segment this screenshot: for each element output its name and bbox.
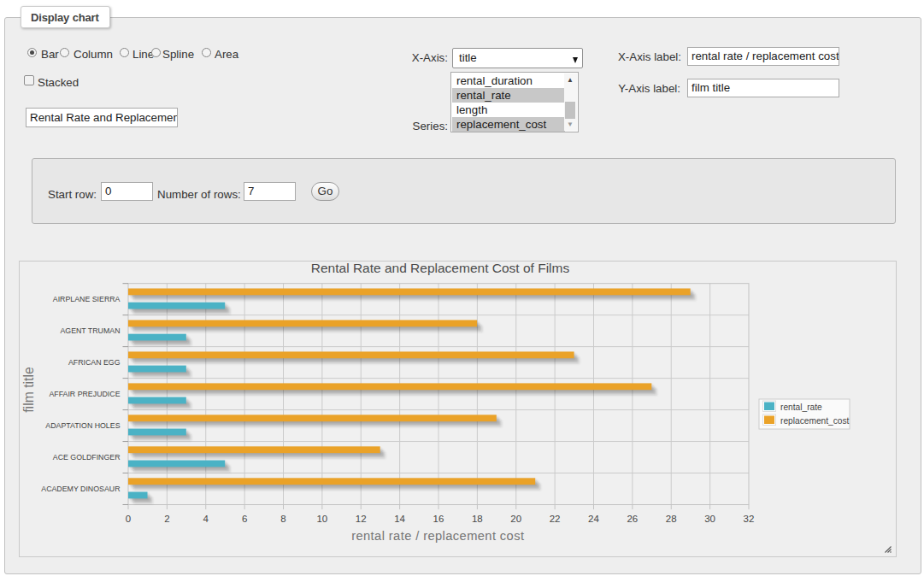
svg-text:ADAPTATION HOLES: ADAPTATION HOLES xyxy=(45,421,120,430)
svg-text:AGENT TRUMAN: AGENT TRUMAN xyxy=(60,326,120,335)
svg-text:rental rate / replacement cost: rental rate / replacement cost xyxy=(351,529,524,543)
svg-text:0: 0 xyxy=(126,514,131,524)
svg-text:30: 30 xyxy=(704,514,715,524)
svg-text:28: 28 xyxy=(666,514,677,524)
svg-text:Rental Rate and Replacement Co: Rental Rate and Replacement Cost of Film… xyxy=(311,261,570,275)
svg-text:8: 8 xyxy=(280,514,285,524)
svg-text:ACADEMY DINOSAUR: ACADEMY DINOSAUR xyxy=(41,485,120,493)
svg-text:24: 24 xyxy=(588,514,599,524)
svg-text:20: 20 xyxy=(510,514,521,524)
svg-text:26: 26 xyxy=(627,514,638,524)
svg-text:replacement_cost: replacement_cost xyxy=(780,416,850,426)
svg-text:4: 4 xyxy=(203,514,209,524)
svg-text:2: 2 xyxy=(164,514,169,524)
svg-text:film title: film title xyxy=(21,367,36,413)
svg-text:32: 32 xyxy=(744,514,755,524)
svg-text:6: 6 xyxy=(242,514,247,524)
svg-text:12: 12 xyxy=(356,514,367,524)
svg-text:AIRPLANE SIERRA: AIRPLANE SIERRA xyxy=(53,295,121,303)
svg-text:ACE GOLDFINGER: ACE GOLDFINGER xyxy=(53,453,121,461)
svg-text:16: 16 xyxy=(433,514,444,524)
svg-text:18: 18 xyxy=(472,514,483,524)
svg-text:10: 10 xyxy=(316,514,327,524)
svg-text:22: 22 xyxy=(550,514,561,524)
svg-text:14: 14 xyxy=(394,514,405,524)
svg-text:AFRICAN EGG: AFRICAN EGG xyxy=(68,358,121,367)
svg-text:AFFAIR PREJUDICE: AFFAIR PREJUDICE xyxy=(49,390,120,398)
svg-text:rental_rate: rental_rate xyxy=(780,403,822,412)
